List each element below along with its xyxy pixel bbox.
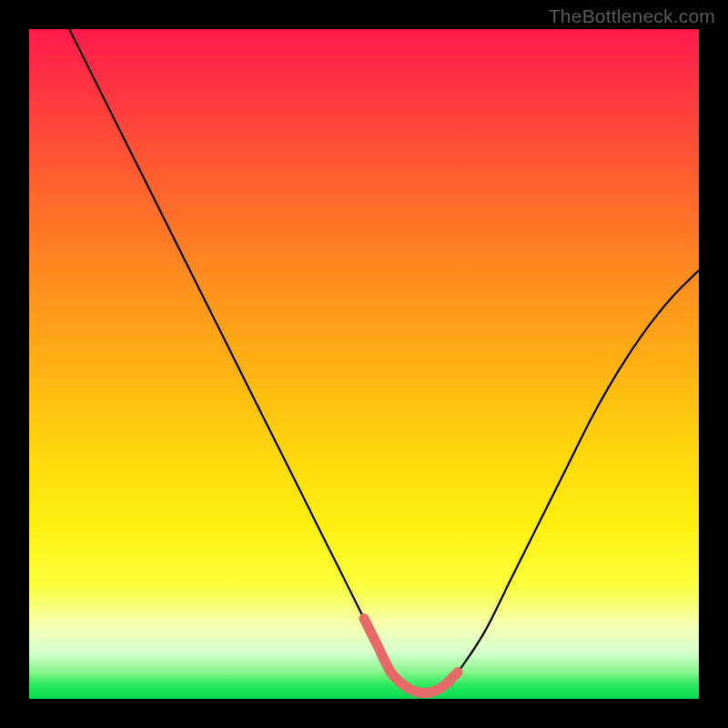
curve-layer bbox=[29, 29, 699, 699]
plot-area bbox=[29, 29, 699, 699]
chart-frame: TheBottleneck.com bbox=[0, 0, 728, 728]
watermark-label: TheBottleneck.com bbox=[549, 5, 715, 27]
bottleneck-curve-path bbox=[69, 29, 699, 693]
valley-highlight-path bbox=[364, 619, 458, 693]
